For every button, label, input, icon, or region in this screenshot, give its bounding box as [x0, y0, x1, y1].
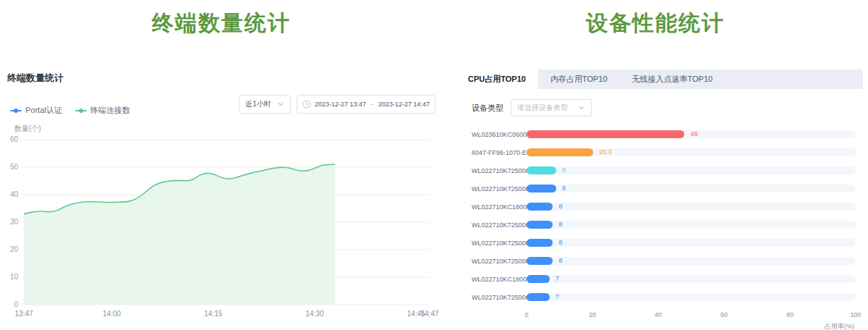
- legend-line-icon: [75, 110, 87, 111]
- bar-value-label: 8: [558, 257, 562, 265]
- bar-row: WL022710K7250003698: [472, 257, 856, 265]
- legend-dot-icon: [79, 109, 83, 113]
- device-performance-card: CPU占用TOP10内存占用TOP10无线接入点速率TOP10 设备类型 请选择…: [456, 69, 863, 330]
- device-type-placeholder: 请选择设备类型: [517, 103, 568, 113]
- x-tick-label: 14:00: [103, 310, 121, 318]
- bar-category-label: WL022710K725000307: [472, 240, 521, 247]
- date-range-picker[interactable]: 2023-12-27 13:47 - 2023-12-27 14:47: [297, 95, 435, 114]
- bar-value-label: 7: [556, 275, 559, 283]
- x-tick-label: 60: [720, 311, 728, 318]
- tab-2[interactable]: 无线接入点速率TOP10: [620, 69, 726, 89]
- legend-line-icon: [10, 110, 22, 111]
- time-controls: 近1小时 2023-12-27 13:47 - 2023-12-27 14:47: [239, 95, 435, 114]
- device-type-select[interactable]: 请选择设备类型: [511, 99, 592, 117]
- legend-label: 终端连接数: [90, 105, 130, 116]
- bar-value-label: 9: [562, 185, 566, 192]
- tab-1[interactable]: 内存占用TOP10: [538, 69, 620, 89]
- x-tick-label: 0: [524, 311, 528, 318]
- bar[interactable]: [527, 293, 550, 301]
- x-tick-label: 20: [589, 311, 596, 318]
- bar-track: 8: [527, 257, 856, 265]
- bar-row: WL022710K7250004707: [472, 293, 856, 301]
- date-range-end: 2023-12-27 14:47: [378, 101, 430, 108]
- y-tick-label: 0: [14, 300, 18, 308]
- bar-value-label: 8: [558, 203, 562, 211]
- bar[interactable]: [527, 257, 553, 265]
- bar[interactable]: [527, 239, 553, 247]
- bar-row: WL022710K7250004099: [472, 185, 856, 192]
- right-section-title: 设备性能统计: [443, 9, 868, 38]
- date-range-start: 2023-12-27 13:47: [315, 101, 366, 108]
- bar-category-label: WL022710K725000272: [472, 221, 521, 229]
- bar[interactable]: [527, 185, 556, 192]
- bar[interactable]: [527, 203, 553, 211]
- bar-track: 20.3: [527, 148, 856, 156]
- legend-label: Portal认证: [25, 105, 62, 116]
- bar-row: WL022710KC180003727: [472, 275, 856, 283]
- x-tick-label: 14:15: [204, 310, 222, 318]
- line-chart-svg[interactable]: 数量(个)010203040506013:4714:0014:1514:3014…: [0, 119, 440, 323]
- bar-row: WL022710K7250003078: [472, 239, 856, 247]
- bar-row: WL023610KC0600004348: [472, 130, 856, 138]
- bar-category-label: 6047-FF96-1070-EF0A: [472, 149, 521, 156]
- bar-category-label: WL023610KC06000043: [472, 131, 521, 138]
- device-type-label: 设备类型: [472, 103, 503, 114]
- x-axis-title: 占用率(%): [472, 322, 856, 330]
- tab-0[interactable]: CPU占用TOP10: [456, 69, 538, 89]
- bar-value-label: 20.3: [599, 148, 612, 156]
- bar-track: 8: [527, 221, 856, 229]
- bar-value-label: 48: [690, 130, 697, 138]
- terminal-stats-card: 终端数量统计 Portal认证终端连接数 近1小时 2023-12-27 13:…: [0, 72, 443, 326]
- series-area: [24, 164, 335, 305]
- bar-row: 6047-FF96-1070-EF0A20.3: [472, 148, 856, 156]
- bar-track: 8: [527, 239, 856, 247]
- bar-value-label: 9: [562, 166, 566, 174]
- tab-strip: CPU占用TOP10内存占用TOP10无线接入点速率TOP10: [456, 69, 863, 89]
- dashboard: 终端数量统计 终端数量统计 Portal认证终端连接数 近1小时 2023-12…: [0, 0, 868, 330]
- bar-track: 7: [527, 275, 856, 283]
- y-tick-label: 20: [10, 245, 19, 253]
- x-tick-label: 14:30: [306, 310, 324, 318]
- terminal-stats-section: 终端数量统计 终端数量统计 Portal认证终端连接数 近1小时 2023-12…: [0, 0, 443, 330]
- x-tick-label: 100: [850, 311, 861, 318]
- bar-track: 7: [527, 293, 856, 301]
- y-tick-label: 10: [10, 273, 19, 281]
- y-axis-label: 数量(个): [14, 124, 41, 132]
- bar-chart[interactable]: WL023610KC06000043486047-FF96-1070-EF0A2…: [472, 130, 856, 330]
- x-tick-label: 80: [786, 311, 793, 318]
- bar-row: WL022710K7250001029: [472, 166, 856, 174]
- device-type-row: 设备类型 请选择设备类型: [472, 99, 856, 117]
- bar-category-label: WL022710K725000369: [472, 258, 521, 265]
- chart-controls-row: Portal认证终端连接数 近1小时 2023-12-27 13:47 - 20…: [0, 95, 443, 118]
- device-performance-section: 设备性能统计 CPU占用TOP10内存占用TOP10无线接入点速率TOP10 设…: [443, 0, 868, 330]
- bar-row: WL022710KC180002808: [472, 203, 856, 211]
- x-tick-label: 40: [655, 311, 662, 318]
- bar[interactable]: [527, 166, 556, 174]
- bar[interactable]: [527, 221, 553, 229]
- legend-dot-icon: [14, 109, 18, 113]
- card-header: 终端数量统计: [0, 72, 443, 85]
- x-tick-label: 13:47: [14, 310, 33, 318]
- line-chart[interactable]: 数量(个)010203040506013:4714:0014:1514:3014…: [0, 119, 443, 326]
- bar-value-label: 7: [556, 293, 559, 301]
- y-tick-label: 50: [10, 163, 19, 171]
- bar-track: 9: [527, 185, 856, 192]
- chevron-down-icon: [578, 104, 585, 111]
- bar[interactable]: [527, 130, 684, 138]
- time-range-select[interactable]: 近1小时: [239, 95, 291, 114]
- left-section-title: 终端数量统计: [0, 9, 443, 38]
- bar[interactable]: [527, 275, 550, 283]
- bar-value-label: 8: [558, 221, 562, 229]
- bar-category-label: WL022710K725000102: [472, 167, 521, 174]
- clock-icon: [302, 100, 311, 109]
- bar-category-label: WL022710KC18000280: [472, 203, 521, 211]
- time-range-value: 近1小时: [245, 99, 271, 109]
- bar-category-label: WL022710K725000409: [472, 185, 521, 192]
- legend-item-1[interactable]: 终端连接数: [75, 105, 130, 116]
- x-tick-label: 14:47: [420, 310, 438, 318]
- y-tick-label: 30: [10, 218, 19, 226]
- bar[interactable]: [527, 148, 593, 156]
- legend-item-0[interactable]: Portal认证: [10, 105, 62, 116]
- chevron-down-icon: [277, 101, 284, 108]
- bar-track: 9: [527, 166, 856, 174]
